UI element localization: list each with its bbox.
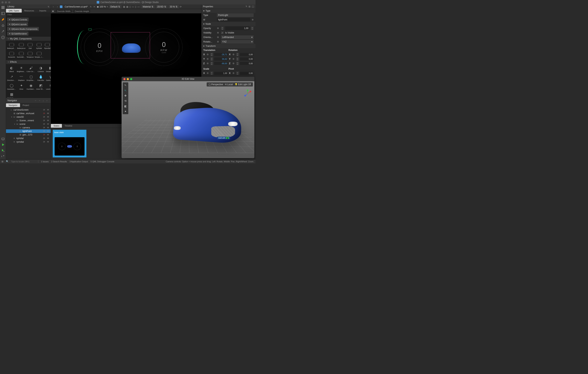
tab-timeline[interactable]: Timeline [62, 124, 75, 128]
close-dot[interactable] [1, 1, 4, 3]
visibility-icon[interactable]: 👁 [47, 133, 50, 136]
run-icon[interactable] [1, 143, 5, 147]
component-glow[interactable]: ✦Glow [16, 82, 26, 91]
tab-project[interactable]: Project [20, 103, 32, 107]
min-dot[interactable] [5, 1, 7, 3]
export-icon[interactable]: ⟳ [43, 133, 46, 136]
search-icon[interactable]: 🔍 [6, 160, 9, 163]
status-qml-console[interactable]: 5 QML Debugger Console [91, 160, 114, 163]
export-icon[interactable]: ⟳ [43, 116, 46, 118]
3d-edit-window[interactable]: 3D Edit View ↖ ↖ ✥ ⟲ ◧ ✦ ▢ Perspective ⟲… [122, 77, 254, 158]
visibility-checkbox[interactable]: ✓ [221, 32, 224, 34]
orientation-field[interactable]: LeftHanded▾ [221, 35, 254, 39]
local-toggle[interactable]: ⟲ Local [225, 83, 233, 86]
chip-layouts[interactable]: ＋QtQuick.Layouts [7, 22, 28, 26]
component-directionalblur[interactable]: ↗Directional Blur [7, 74, 16, 82]
status-output[interactable]: 3 Application Output [70, 160, 88, 163]
run-debug-icon[interactable] [1, 148, 5, 152]
nav-right-icon[interactable]: → [38, 99, 41, 102]
tree-item-geng70[interactable]: 🖼gen...G70⟳👁 [6, 133, 51, 136]
tree-item-view3d[interactable]: ▾3dview3D⟳👁 [6, 115, 51, 119]
doc-back-icon[interactable]: ‹ [52, 5, 55, 8]
component-batterydisplay[interactable]: Batterydisplay [7, 42, 16, 50]
my-components-header[interactable]: ▾My QML Components [6, 37, 51, 41]
chip-controls[interactable]: ＋QtQuick.Controls [7, 18, 29, 22]
component-coloroverlay[interactable]: 🖌Color Overlay [26, 65, 36, 74]
wrench-mode-icon[interactable] [1, 30, 5, 33]
grid-mode-icon[interactable] [1, 6, 5, 9]
doc-fwd-icon[interactable]: › [56, 5, 59, 8]
record-icon[interactable]: ◉ [97, 5, 99, 8]
nav-down-icon[interactable]: ↓ [42, 99, 45, 102]
node-section-header[interactable]: ▾Node [201, 22, 255, 26]
layout-icon-2[interactable]: ▦ [126, 5, 128, 8]
tree-item-kphdial[interactable]: ⚙kphdial⟳👁 [6, 136, 51, 140]
opacity-stepper2[interactable]: ▲▼ [251, 27, 254, 30]
build-icon[interactable] [1, 154, 5, 158]
expand-icon[interactable]: ▣ [52, 10, 54, 12]
tab-states[interactable]: States [51, 124, 62, 128]
visibility-icon[interactable]: 👁 [47, 119, 50, 122]
zoom-dropdown-icon[interactable]: ⇅ [107, 6, 108, 8]
tree-item-rpmdial[interactable]: ⚙rpmdial⟳👁 [6, 140, 51, 143]
translate-x[interactable]: -26,71 [214, 53, 228, 56]
layout-icon-6[interactable]: ▭ [137, 5, 139, 8]
translate-y[interactable]: 94,42 [214, 57, 228, 60]
tree-item-carviewscreen[interactable]: ▭carViewScreen⟳👁 [6, 108, 51, 111]
nav-left-icon[interactable]: ← [34, 99, 37, 102]
open-file-tab[interactable]: CarViewScreen.ui.qml* [63, 5, 89, 8]
component-leveladjust[interactable]: ≡Level Adjust [46, 82, 51, 91]
tab-resources[interactable]: Resources [22, 9, 37, 12]
layout-icon-4[interactable]: ▭ [132, 5, 134, 8]
effects-header[interactable]: ▾Effects [6, 60, 51, 64]
translate-tool-icon[interactable]: ✥ [123, 94, 127, 98]
locate-input[interactable] [11, 160, 36, 163]
base-state-card[interactable]: base state 0 0 [53, 130, 86, 157]
status-search[interactable]: 2 Search Results [51, 160, 67, 163]
visibility-icon[interactable]: 👁 [47, 126, 50, 129]
component-colorize[interactable]: ◑Colorize [36, 65, 46, 74]
transform-section-header[interactable]: ▾Transform [201, 44, 255, 48]
visibility-icon[interactable]: 👁 [47, 137, 50, 140]
component-screen01[interactable]: Screen01 [7, 50, 16, 59]
style-select[interactable]: Default⇅ [109, 5, 122, 8]
component-displace[interactable]: 〰Displace [16, 74, 26, 82]
3d-min-dot[interactable] [127, 78, 129, 80]
perspective-toggle[interactable]: ▢ Perspective [209, 83, 223, 86]
tab-navigator[interactable]: Navigator [6, 103, 20, 107]
tree-item-lightpoint[interactable]: 3dlightPoint⟳👁 [6, 129, 51, 133]
3d-viewport[interactable]: ↖ ↖ ✥ ⟲ ◧ ✦ ▢ Perspective ⟲ Local 💡 Edit… [122, 81, 254, 158]
viewmode-select[interactable]: 2D/3D⇅ [156, 5, 168, 8]
component-dropshadow[interactable]: ▢DropShadow [26, 74, 36, 82]
gear-icon[interactable]: ⚙ [217, 27, 220, 30]
export-icon[interactable]: ⟳ [43, 119, 46, 122]
monitor-icon[interactable] [1, 137, 5, 141]
chip-studio[interactable]: ＋QtQuick.Studio.Components [7, 27, 39, 31]
id-export-icon[interactable]: ⊕ [252, 18, 254, 21]
type-field[interactable]: PointLight [217, 13, 254, 17]
visibility-icon[interactable]: 👁 [47, 130, 50, 132]
tree-item-camera[interactable]: 3dcamera⟳👁 [6, 126, 51, 129]
3d-max-dot[interactable] [130, 78, 132, 80]
export-icon[interactable]: ⟳ [43, 137, 46, 140]
close-tab-icon[interactable]: ✕ [93, 5, 95, 8]
gear-icon[interactable]: ⚙ [217, 32, 220, 34]
override-width-field[interactable]: Override Width [56, 10, 72, 13]
status-issues[interactable]: 1 Issues [41, 160, 49, 163]
material-select[interactable]: Material⇅ [141, 5, 155, 8]
tree-item-scene[interactable]: ▾3dscene⟳👁 [6, 122, 51, 126]
id-field[interactable]: lightPoint [217, 18, 250, 22]
component-gaussianblur[interactable]: ◯Gaussian Blur [7, 82, 16, 91]
sidebar-toggle-icon[interactable]: ▥ [1, 160, 3, 163]
component-summitdemo[interactable]: SummitDemo [16, 50, 26, 59]
component-blend[interactable]: ◐Blend [7, 65, 16, 74]
layout-icon-5[interactable]: ▯ [135, 5, 136, 8]
light-toggle[interactable]: 💡 Edit Light Off [235, 83, 251, 86]
car-model[interactable]: Built with Qt [163, 96, 243, 149]
prop-close-icon[interactable]: ▢ [252, 5, 254, 8]
visibility-icon[interactable]: 👁 [47, 123, 50, 125]
opacity-field[interactable]: 1,00 [225, 26, 250, 30]
cursor-tool-icon[interactable]: ↖ [123, 83, 127, 87]
component-maskedblur[interactable]: ▩Masked Blur [7, 91, 16, 98]
gear-icon[interactable]: ⚙ [217, 36, 220, 39]
